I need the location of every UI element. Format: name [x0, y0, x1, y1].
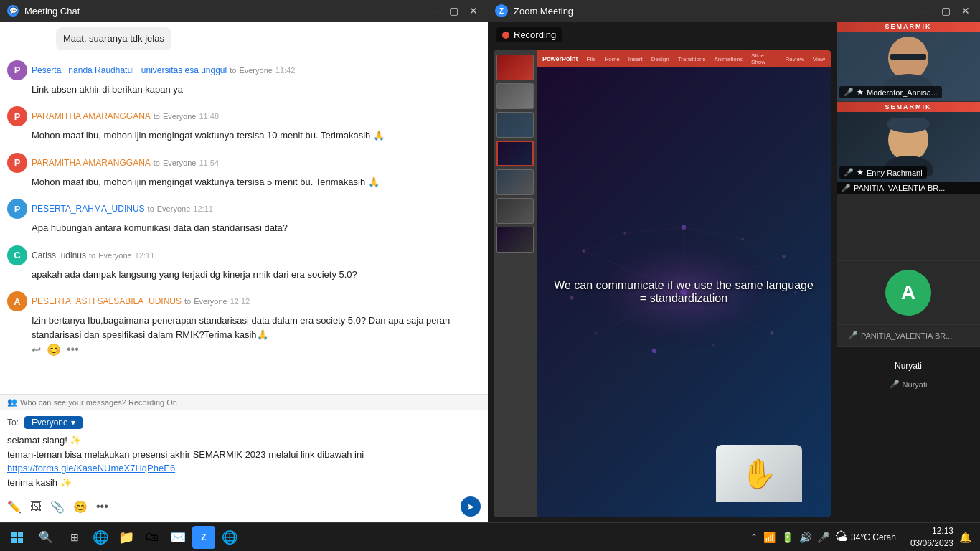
- message-body: apakah ada dampak langsung yang terjadi …: [32, 268, 481, 282]
- ppt-menu-file[interactable]: File: [587, 56, 596, 62]
- more-icon[interactable]: •••: [96, 500, 108, 514]
- recording-dot: [502, 32, 509, 39]
- draft-link-anchor[interactable]: https://forms.gle/KaseNUmeX7HqPheE6: [7, 463, 175, 474]
- chat-titlebar-left: 💬 Meeting Chat: [7, 5, 80, 17]
- message-recipient: Everyone: [194, 297, 227, 306]
- message-group: C Cariss_udinus to Everyone 12:11 apakah…: [7, 245, 481, 282]
- message-group: P Peserta _nanda Raudhatul _universitas …: [7, 60, 481, 97]
- send-button[interactable]: ➤: [461, 496, 481, 517]
- start-button[interactable]: [6, 526, 29, 549]
- participant-valentia: 🎤 PANITIA_VALENTIA BR...: [837, 182, 980, 261]
- taskbar-right: ⌃ 📶 🔋 🔊 🎤 🌤 34°C Cerah 12:13 03/06/2023 …: [750, 525, 980, 550]
- zoom-taskbar-button[interactable]: Z: [192, 526, 215, 549]
- zoom-titlebar-controls: ─ ▢ ✕: [918, 5, 973, 17]
- message-body: Mohon maaf ibu, mohon ijin mengingat wak…: [32, 175, 481, 189]
- ppt-menu-design[interactable]: Design: [651, 56, 669, 62]
- emoji-icon[interactable]: 😊: [73, 500, 88, 514]
- minimize-button[interactable]: ─: [426, 5, 440, 17]
- message-body: Izin bertanya Ibu,bagaimana penerapan st…: [32, 314, 481, 342]
- chat-info-bar: 👥 Who can see your messages? Recording O…: [0, 394, 488, 410]
- store-button[interactable]: 🛍: [141, 526, 164, 549]
- more-options-icon[interactable]: •••: [67, 343, 79, 357]
- message-recipient: Everyone: [163, 159, 196, 167]
- close-button[interactable]: ✕: [466, 5, 481, 17]
- avatar: A: [7, 291, 27, 311]
- folder-icon: 📁: [118, 529, 134, 545]
- maximize-button[interactable]: ▢: [446, 5, 461, 17]
- info-bar-text: Who can see your messages? Recording On: [20, 398, 177, 407]
- message-time: 11:54: [199, 159, 219, 167]
- notification-icon[interactable]: 🔔: [959, 532, 971, 543]
- sender-name: PARAMITHA AMARANGGANA: [32, 158, 151, 168]
- chrome-button[interactable]: 🌐: [218, 526, 241, 549]
- task-view-button[interactable]: ⊞: [63, 526, 86, 549]
- people-icon: 👥: [7, 397, 17, 407]
- ppt-menu-review[interactable]: Review: [786, 56, 804, 62]
- ppt-thumb-3[interactable]: [496, 112, 534, 138]
- image-icon[interactable]: 🖼: [30, 500, 42, 514]
- ppt-thumb-5[interactable]: [496, 169, 534, 195]
- ppt-menu-slideshow[interactable]: Slide Show: [751, 52, 776, 65]
- react-icon[interactable]: 😊: [47, 343, 61, 357]
- tray-up-icon[interactable]: ⌃: [750, 532, 758, 542]
- ppt-thumb-1[interactable]: [496, 55, 534, 80]
- search-button[interactable]: 🔍: [32, 526, 60, 549]
- draft-line1: selamat siang! ✨: [7, 433, 481, 448]
- chat-toolbar-icons: ✏️ 🖼 📎 😊 •••: [7, 500, 108, 514]
- moderator-avatar-svg: [883, 37, 933, 94]
- file-icon[interactable]: 📎: [50, 500, 65, 514]
- ppt-menu-animations[interactable]: Animations: [715, 56, 743, 62]
- message-group: P PARAMITHA AMARANGGANA to Everyone 11:4…: [7, 106, 481, 143]
- valentia-name-small: 🎤 PANITIA_VALENTIA BR...: [842, 328, 974, 343]
- reply-icon[interactable]: ↩: [32, 343, 41, 357]
- edit-icon[interactable]: ✏️: [7, 500, 22, 514]
- edge-button[interactable]: 🌐: [89, 526, 112, 549]
- message-draft[interactable]: selamat siang! ✨ teman-teman bisa melaku…: [7, 433, 481, 494]
- chat-window-title: Meeting Chat: [24, 6, 80, 17]
- valentia-mic-small-icon: 🎤: [848, 331, 858, 340]
- battery-icon[interactable]: 🔋: [781, 532, 793, 543]
- ppt-menu-transitions[interactable]: Transitions: [678, 56, 706, 62]
- zoom-close-button[interactable]: ✕: [958, 5, 973, 17]
- sender-name: Peserta _nanda Raudhatul _universitas es…: [32, 65, 227, 75]
- ppt-menu-view[interactable]: View: [813, 56, 825, 62]
- recording-badge: Recording: [496, 27, 562, 42]
- ppt-menu-insert[interactable]: Insert: [628, 56, 643, 62]
- zoom-taskbar-icon: Z: [201, 532, 206, 542]
- mic-taskbar-icon[interactable]: 🎤: [817, 532, 829, 543]
- everyone-button[interactable]: Everyone ▾: [24, 416, 83, 429]
- chevron-down-icon: ▾: [71, 418, 75, 428]
- valentia-mic-icon: 🎤: [841, 184, 851, 193]
- svg-line-13: [625, 227, 684, 233]
- chat-titlebar-controls: ─ ▢ ✕: [426, 5, 481, 17]
- zoom-minimize-button[interactable]: ─: [918, 5, 933, 17]
- message-recipient: Everyone: [98, 251, 131, 260]
- message-time: 11:42: [275, 66, 296, 75]
- ppt-menu-home[interactable]: Home: [604, 56, 619, 62]
- moderator-name-badge: 🎤 ★ Moderator_Annisa...: [839, 86, 942, 98]
- message-to: to: [154, 159, 160, 167]
- participant-big-avatar: A: [837, 261, 980, 325]
- enny-name-badge: 🎤 ★ Enny Rachmani: [839, 166, 927, 179]
- draft-line3: terima kasih ✨: [7, 476, 481, 490]
- mail-button[interactable]: ✉️: [166, 526, 189, 549]
- file-explorer-button[interactable]: 📁: [115, 526, 138, 549]
- ppt-thumb-2[interactable]: [496, 83, 534, 109]
- network-icon[interactable]: 📶: [763, 532, 776, 543]
- zoom-participants-sidebar: SEMARMIK 🎤: [837, 22, 980, 522]
- avatar: P: [7, 60, 27, 80]
- system-date: 03/06/2023: [910, 537, 953, 550]
- task-view-icon: ⊞: [70, 532, 79, 543]
- message-body: Link absen akhir di berikan kapan ya: [32, 83, 481, 97]
- recording-label: Recording: [514, 29, 556, 40]
- draft-link[interactable]: https://forms.gle/KaseNUmeX7HqPheE6: [7, 461, 481, 476]
- message-time: 12:11: [135, 251, 155, 260]
- weather-widget[interactable]: 🌤 34°C Cerah: [835, 529, 905, 545]
- system-clock[interactable]: 12:13 03/06/2023: [910, 525, 953, 550]
- speaker-icon[interactable]: 🔊: [799, 532, 811, 543]
- ppt-thumb-4[interactable]: [496, 141, 534, 166]
- ppt-thumb-7[interactable]: [496, 227, 534, 253]
- chat-toolbar: ✏️ 🖼 📎 😊 ••• ➤: [7, 496, 481, 517]
- zoom-maximize-button[interactable]: ▢: [938, 5, 953, 17]
- ppt-thumb-6[interactable]: [496, 198, 534, 224]
